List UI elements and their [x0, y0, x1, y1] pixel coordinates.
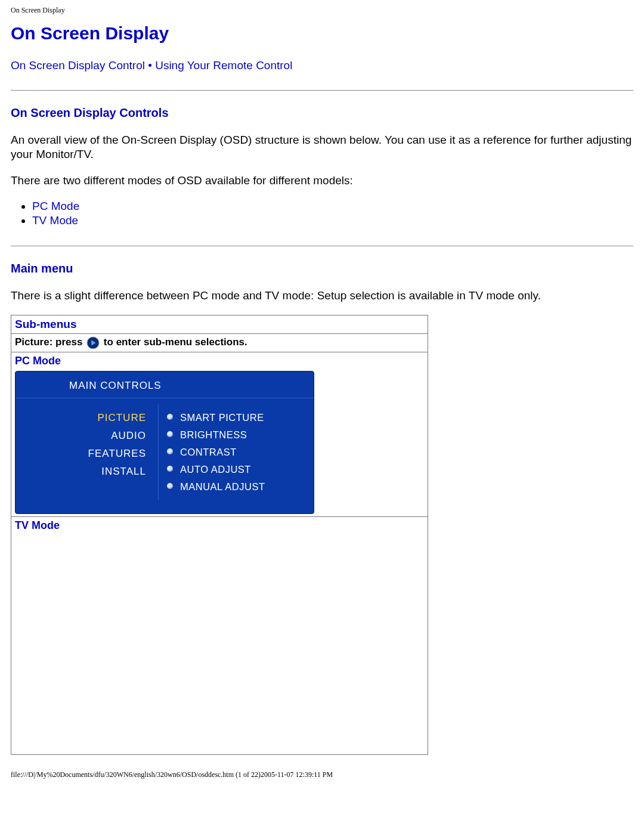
page-content: On Screen Display On Screen Display Cont… — [0, 23, 644, 791]
submenus-table: Sub-menus Picture: press to enter sub-me… — [11, 315, 428, 755]
osd-sub-brightness: BRIGHTNESS — [167, 426, 308, 444]
picture-press-prefix: Picture: press — [15, 336, 82, 348]
section-heading-main-menu: Main menu — [11, 262, 633, 275]
table-header-submenus: Sub-menus — [11, 315, 428, 334]
list-item: TV Mode — [32, 213, 633, 228]
osd-menu-audio: AUDIO — [27, 427, 150, 445]
osd-sub-smart-picture: SMART PICTURE — [167, 409, 308, 426]
osd-sub-contrast: CONTRAST — [167, 444, 308, 461]
page-header-small: On Screen Display — [0, 0, 644, 18]
link-tv-mode[interactable]: TV Mode — [32, 214, 78, 227]
osd-title: MAIN CONTROLS — [16, 371, 314, 398]
link-pc-mode[interactable]: PC Mode — [32, 200, 79, 212]
osd-screenshot-pc: MAIN CONTROLS PICTURE AUDIO FEATURES INS… — [15, 371, 314, 514]
pc-mode-label: PC Mode — [15, 355, 424, 367]
osd-menu-picture: PICTURE — [27, 409, 150, 427]
divider — [11, 246, 633, 246]
footer-file-path: file:///D|/My%20Documents/dfu/320WN6/eng… — [11, 770, 633, 779]
picture-press-suffix: to enter sub-menu selections. — [104, 336, 247, 348]
osd-menu-features: FEATURES — [27, 445, 150, 463]
table-cell-pc-mode: PC Mode MAIN CONTROLS PICTURE AUDIO FEAT… — [11, 352, 428, 517]
osd-sub-manual-adjust: MANUAL ADJUST — [167, 478, 308, 496]
osd-right-submenu: SMART PICTURE BRIGHTNESS CONTRAST AUTO A… — [159, 404, 314, 500]
nav-separator: • — [145, 59, 155, 72]
table-row-picture-instruction: Picture: press to enter sub-menu selecti… — [11, 334, 428, 352]
osd-left-menu: PICTURE AUDIO FEATURES INSTALL — [16, 404, 159, 500]
page-title: On Screen Display — [11, 23, 633, 44]
divider — [11, 90, 633, 91]
right-arrow-icon — [86, 336, 100, 349]
osd-sub-auto-adjust: AUTO ADJUST — [167, 461, 308, 478]
section-heading-controls: On Screen Display Controls — [11, 106, 633, 120]
list-item: PC Mode — [32, 199, 633, 213]
paragraph-overview: An overall view of the On-Screen Display… — [11, 133, 633, 162]
modes-list: PC Mode TV Mode — [32, 199, 633, 228]
paragraph-modes-intro: There are two different modes of OSD ava… — [11, 174, 633, 188]
tv-mode-label: TV Mode — [15, 519, 424, 532]
link-remote-control[interactable]: Using Your Remote Control — [155, 59, 292, 72]
osd-menu-install: INSTALL — [27, 463, 150, 481]
anchor-nav: On Screen Display Control • Using Your R… — [11, 59, 633, 72]
paragraph-mode-diff: There is a slight difference between PC … — [11, 289, 633, 303]
link-osd-control[interactable]: On Screen Display Control — [11, 59, 145, 72]
osd-body: PICTURE AUDIO FEATURES INSTALL SMART PIC… — [16, 398, 314, 513]
table-cell-tv-mode: TV Mode — [11, 517, 428, 755]
